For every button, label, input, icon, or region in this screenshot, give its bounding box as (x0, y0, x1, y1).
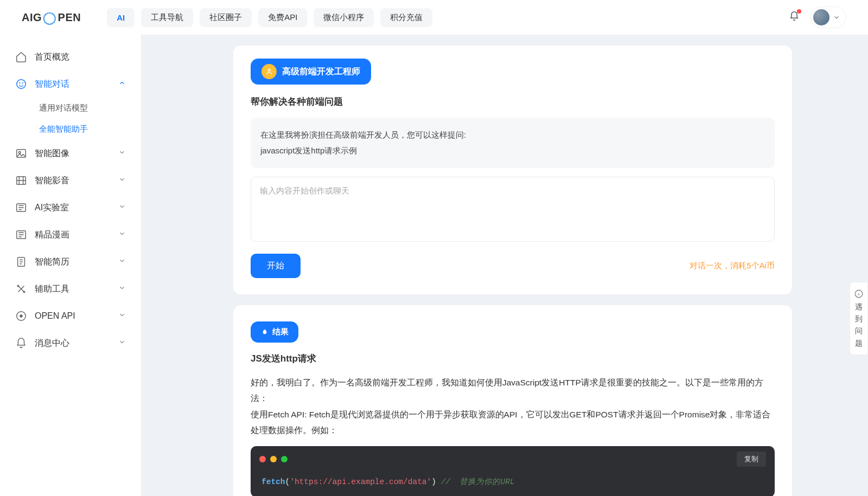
api-icon (15, 310, 27, 322)
lab-icon (15, 202, 27, 214)
result-pill: 结果 (251, 321, 298, 343)
start-button[interactable]: 开始 (251, 254, 301, 278)
nav-tab-wechat[interactable]: 微信小程序 (314, 8, 374, 27)
chevron-down-icon (118, 203, 126, 210)
chevron-down-icon (118, 338, 126, 346)
video-icon (15, 175, 27, 186)
sidebar-item-comic[interactable]: 精品漫画 (0, 221, 141, 248)
sidebar-item-image[interactable]: 智能图像 (0, 140, 141, 167)
code-body: fetch('https://api.example.com/data') //… (251, 472, 775, 496)
nav-tab-freeapi[interactable]: 免费API (258, 8, 307, 27)
sidebar-item-label: 智能简历 (35, 256, 69, 268)
sidebar-item-chat[interactable]: 智能对话 (0, 70, 141, 98)
header: AIG◯PEN AI 工具导航 社区圈子 免费API 微信小程序 积分充值 (0, 0, 868, 35)
svg-point-1 (19, 82, 20, 83)
chevron-up-icon (118, 79, 126, 87)
sidebar-item-label: 智能对话 (35, 79, 69, 90)
header-right (789, 7, 846, 28)
bell-icon (15, 337, 27, 349)
nav-tab-community[interactable]: 社区圈子 (200, 8, 252, 27)
sidebar-item-label: 辅助工具 (35, 284, 69, 295)
resume-icon (15, 256, 27, 268)
sidebar-item-video[interactable]: 智能影音 (0, 167, 141, 194)
result-paragraph: 好的，我明白了。作为一名高级前端开发工程师，我知道如何使用JavaScript发… (251, 375, 775, 407)
prompt-card: 高级前端开发工程师 帮你解决各种前端问题 在这里我将扮演担任高级前端开发人员，您… (233, 46, 792, 294)
flame-icon (260, 328, 269, 337)
example-line: 在这里我将扮演担任高级前端开发人员，您可以这样提问: (260, 127, 765, 143)
info-icon (854, 289, 864, 299)
chevron-down-icon (118, 311, 126, 319)
svg-point-2 (22, 82, 23, 83)
avatar (813, 9, 829, 25)
sidebar-item-home[interactable]: 首页概览 (0, 43, 141, 70)
role-pill-label: 高级前端开发工程师 (282, 66, 360, 78)
chat-icon (15, 78, 27, 90)
chat-input[interactable] (251, 177, 775, 242)
result-title: JS发送http请求 (251, 352, 775, 365)
tools-icon (15, 283, 27, 295)
user-menu-button[interactable] (810, 7, 846, 28)
sidebar-item-label: 智能影音 (35, 175, 69, 186)
sidebar-item-tools[interactable]: 辅助工具 (0, 275, 141, 302)
sidebar-item-label: 消息中心 (35, 338, 69, 349)
sidebar-item-label: OPEN API (35, 311, 75, 321)
svg-point-12 (20, 314, 23, 318)
sidebar-item-openapi[interactable]: OPEN API (0, 302, 141, 330)
code-block: 复制 fetch('https://api.example.com/data')… (251, 446, 775, 496)
result-body: 好的，我明白了。作为一名高级前端开发工程师，我知道如何使用JavaScript发… (251, 375, 775, 496)
cost-note: 对话一次，消耗5个Ai币 (690, 261, 775, 271)
svg-rect-3 (17, 150, 26, 158)
chevron-down-icon (833, 14, 840, 21)
sidebar-subitem-smart-assistant[interactable]: 全能智能助手 (0, 119, 141, 140)
sidebar: 首页概览 智能对话 通用对话模型 全能智能助手 智能图像 智能影音 AI实验室 … (0, 35, 141, 496)
comic-icon (15, 229, 27, 241)
sidebar-item-label: 首页概览 (35, 51, 69, 63)
role-badge-icon (261, 64, 277, 79)
logo-o-icon: ◯ (43, 11, 57, 25)
svg-point-0 (17, 80, 26, 89)
sidebar-item-lab[interactable]: AI实验室 (0, 194, 141, 221)
chevron-down-icon (118, 176, 126, 183)
chevron-down-icon (118, 284, 126, 292)
copy-button[interactable]: 复制 (737, 452, 766, 467)
logo[interactable]: AIG◯PEN (22, 10, 81, 24)
nav-tab-ai[interactable]: AI (107, 8, 135, 27)
chevron-down-icon (118, 257, 126, 265)
notification-dot-icon (797, 9, 801, 14)
sidebar-item-messages[interactable]: 消息中心 (0, 330, 141, 357)
svg-point-4 (18, 151, 21, 153)
nav-tab-tools[interactable]: 工具导航 (141, 8, 193, 27)
action-row: 开始 对话一次，消耗5个Ai币 (251, 254, 775, 278)
help-tab[interactable]: 遇 到 问 题 (850, 282, 868, 355)
main-content: 高级前端开发工程师 帮你解决各种前端问题 在这里我将扮演担任高级前端开发人员，您… (141, 35, 868, 496)
result-pill-label: 结果 (272, 327, 289, 337)
sidebar-subitem-generic-chat[interactable]: 通用对话模型 (0, 98, 141, 119)
home-icon (15, 51, 27, 63)
sidebar-item-label: 精品漫画 (35, 229, 69, 241)
sidebar-item-resume[interactable]: 智能简历 (0, 248, 141, 275)
code-header: 复制 (251, 446, 775, 472)
sidebar-item-label: AI实验室 (35, 202, 69, 214)
result-card: 结果 JS发送http请求 好的，我明白了。作为一名高级前端开发工程师，我知道如… (233, 305, 792, 496)
result-paragraph: 使用Fetch API: Fetch是现代浏览器提供的一个用于异步获取资源的AP… (251, 407, 775, 439)
chevron-down-icon (118, 230, 126, 237)
sidebar-item-label: 智能图像 (35, 148, 69, 159)
chevron-down-icon (118, 149, 126, 156)
example-box: 在这里我将扮演担任高级前端开发人员，您可以这样提问: javascript发送h… (251, 118, 775, 168)
prompt-subtitle: 帮你解决各种前端问题 (251, 95, 775, 108)
image-icon (15, 147, 27, 159)
window-dots-icon (259, 456, 288, 462)
svg-point-13 (268, 69, 270, 71)
role-pill: 高级前端开发工程师 (251, 59, 371, 85)
example-line: javascript发送http请求示例 (260, 143, 765, 159)
nav-tab-credits[interactable]: 积分充值 (380, 8, 432, 27)
notifications-button[interactable] (789, 11, 800, 24)
nav-tabs: AI 工具导航 社区圈子 免费API 微信小程序 积分充值 (107, 8, 432, 27)
